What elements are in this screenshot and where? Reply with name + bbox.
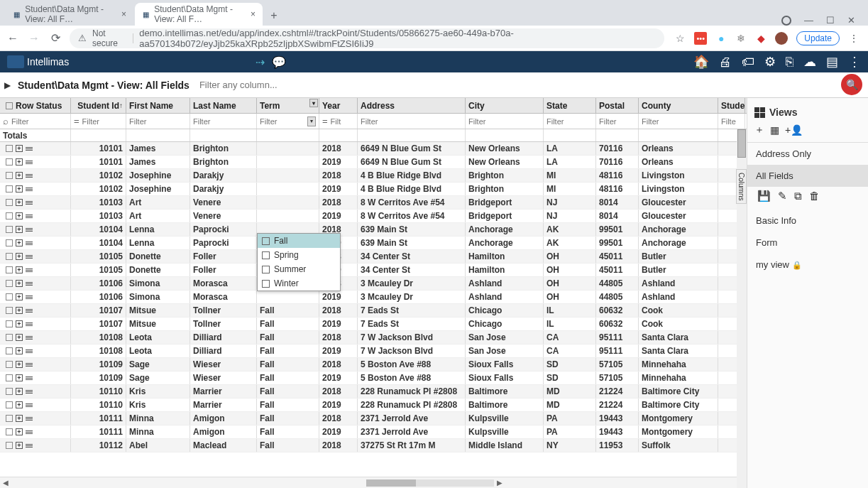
table-row[interactable]: +10105DonetteFoller201834 Center StHamil…	[0, 250, 747, 264]
layout-icon[interactable]: ▤	[826, 54, 838, 70]
view-item[interactable]: Form	[747, 232, 868, 254]
browser-tab-active[interactable]: ▦ Student\Data Mgmt - View: All F… ×	[135, 3, 263, 26]
row-controls[interactable]: +	[3, 320, 35, 327]
row-checkbox[interactable]	[6, 239, 13, 246]
col-header-first-name[interactable]: First Name	[126, 98, 190, 113]
expand-row-icon[interactable]: +	[16, 428, 23, 435]
expand-row-icon[interactable]: +	[16, 253, 23, 260]
row-menu-icon[interactable]	[26, 363, 33, 367]
row-checkbox[interactable]	[6, 442, 13, 449]
row-menu-icon[interactable]	[26, 188, 33, 191]
view-item[interactable]: Address Only	[747, 143, 868, 165]
expand-row-icon[interactable]: +	[16, 185, 23, 193]
term-option-spring[interactable]: Spring	[258, 248, 340, 262]
close-window-icon[interactable]: ✕	[847, 15, 855, 26]
row-checkbox[interactable]	[6, 361, 13, 368]
expand-row-icon[interactable]: +	[16, 347, 23, 354]
row-menu-icon[interactable]	[26, 444, 33, 448]
expand-row-icon[interactable]: +	[16, 361, 23, 368]
view-item[interactable]: my view🔒	[747, 254, 868, 276]
filter-fn-input[interactable]	[129, 117, 187, 126]
filter-last-input[interactable]	[721, 117, 741, 126]
close-icon[interactable]: ×	[121, 9, 126, 19]
row-menu-icon[interactable]	[26, 390, 33, 394]
row-controls[interactable]: +	[3, 428, 35, 435]
table-row[interactable]: +10104LennaPaprocki2018639 Main StAnchor…	[0, 223, 747, 237]
row-controls[interactable]: +	[3, 145, 35, 152]
expand-row-icon[interactable]: +	[16, 374, 23, 381]
expand-row-icon[interactable]: +	[16, 266, 23, 273]
row-menu-icon[interactable]	[26, 403, 33, 407]
row-checkbox[interactable]	[6, 388, 13, 395]
table-row[interactable]: +10107MitsueTollnerFall20187 Eads StChic…	[0, 304, 747, 318]
view-item[interactable]: All Fields	[747, 165, 868, 187]
expand-row-icon[interactable]: +	[16, 320, 23, 327]
row-controls[interactable]: +	[3, 293, 35, 300]
expand-row-icon[interactable]: +	[16, 293, 23, 300]
expand-row-icon[interactable]: +	[16, 145, 23, 152]
row-controls[interactable]: +	[3, 347, 35, 354]
delete-view-icon[interactable]: 🗑	[809, 190, 820, 202]
row-checkbox[interactable]	[6, 199, 13, 206]
expand-row-icon[interactable]: +	[16, 158, 23, 166]
star-icon[interactable]: ☆	[674, 33, 686, 44]
vscroll-thumb[interactable]	[737, 129, 746, 158]
filter-postal-input[interactable]	[599, 117, 635, 126]
table-row[interactable]: +10112AbelMacleadFall201837275 St Rt 17m…	[0, 439, 747, 452]
filter-term-dropdown-button[interactable]: ▾	[307, 116, 316, 126]
table-row[interactable]: +10109SageWieserFall20195 Boston Ave #88…	[0, 372, 747, 385]
filter-op-eq[interactable]: =	[322, 116, 331, 126]
expand-row-icon[interactable]: +	[16, 442, 23, 449]
row-menu-icon[interactable]	[26, 430, 33, 434]
col-header-address[interactable]: Address	[358, 98, 466, 113]
filter-any-input[interactable]	[199, 80, 341, 90]
table-row[interactable]: +10101JamesBrighton20196649 N Blue Gum S…	[0, 156, 747, 169]
app-menu-icon[interactable]: ⋮	[848, 54, 861, 70]
row-controls[interactable]: +	[3, 401, 35, 408]
term-filter-dropdown[interactable]: Fall Spring Summer Winter	[257, 233, 341, 291]
expand-row-icon[interactable]: +	[16, 415, 23, 422]
row-menu-icon[interactable]	[26, 255, 33, 259]
col-header-state[interactable]: State	[544, 98, 596, 113]
filter-year-input[interactable]	[331, 117, 348, 126]
filter-ln-input[interactable]	[193, 117, 253, 126]
col-header-term[interactable]: Term▾	[257, 98, 319, 113]
filter-county-input[interactable]	[642, 117, 715, 126]
row-menu-icon[interactable]	[26, 147, 33, 151]
maximize-icon[interactable]: ☐	[826, 15, 835, 26]
row-menu-icon[interactable]	[26, 349, 33, 353]
table-row[interactable]: +10108LeotaDilliardFall20187 W Jackson B…	[0, 331, 747, 345]
row-checkbox[interactable]	[6, 415, 13, 422]
row-menu-icon[interactable]	[26, 215, 33, 218]
row-controls[interactable]: +	[3, 334, 35, 341]
row-checkbox[interactable]	[6, 145, 13, 152]
share-view-button[interactable]: +👤	[785, 124, 803, 136]
minimize-icon[interactable]: —	[804, 15, 813, 26]
back-button[interactable]: ←	[6, 32, 20, 45]
browser-menu-icon[interactable]: ⋮	[848, 33, 859, 44]
row-checkbox[interactable]	[6, 307, 13, 314]
expand-row-icon[interactable]: +	[16, 212, 23, 219]
url-input[interactable]: ⚠ Not secure demo.intellimas.net/edu/app…	[70, 28, 664, 48]
row-controls[interactable]: +	[3, 212, 35, 219]
table-row[interactable]: +10103ArtVenere20188 W Cerritos Ave #54B…	[0, 196, 747, 210]
search-fab[interactable]: 🔍	[841, 74, 862, 95]
table-row[interactable]: +10110KrisMarrierFall2018228 Runamuck Pl…	[0, 385, 747, 398]
row-controls[interactable]: +	[3, 185, 35, 193]
col-header-row-status[interactable]: Row Status	[0, 98, 71, 113]
cloud-download-icon[interactable]: ☁	[803, 54, 816, 70]
row-checkbox[interactable]	[6, 212, 13, 219]
horizontal-scrollbar[interactable]: ◀ ▶	[0, 477, 747, 488]
chat-icon[interactable]: 💬	[272, 55, 286, 69]
row-checkbox[interactable]	[6, 158, 13, 166]
term-option-winter[interactable]: Winter	[258, 276, 340, 291]
row-controls[interactable]: +	[3, 388, 35, 395]
app-logo[interactable]: Intellimas	[7, 55, 69, 68]
row-controls[interactable]: +	[3, 253, 35, 260]
gear-icon[interactable]: ⚙	[764, 54, 776, 70]
row-menu-icon[interactable]	[26, 228, 33, 232]
table-row[interactable]: +10105DonetteFoller201934 Center StHamil…	[0, 264, 747, 277]
copy-view-icon[interactable]: ⧉	[794, 190, 802, 202]
flow-icon[interactable]: ⇢	[256, 55, 265, 69]
col-header-county[interactable]: County	[639, 98, 718, 113]
